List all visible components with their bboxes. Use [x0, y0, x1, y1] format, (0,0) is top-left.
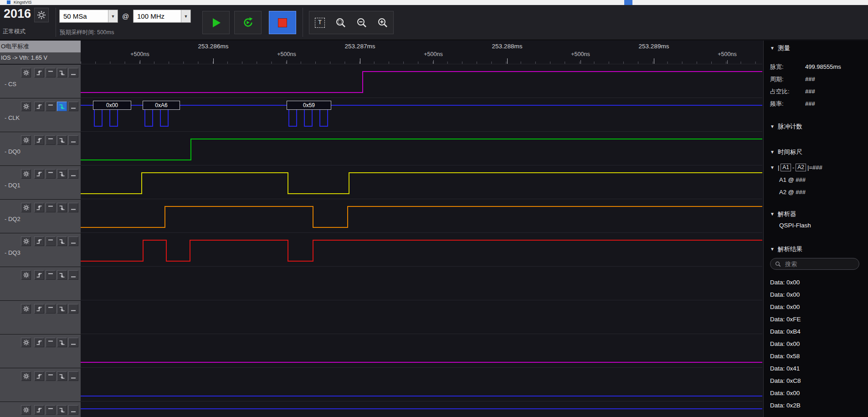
- trigger-low-level-button[interactable]: [68, 203, 78, 212]
- trigger-low-level-button[interactable]: [68, 371, 78, 381]
- trigger-low-level-button[interactable]: [68, 68, 78, 77]
- decode-result-item[interactable]: Data: 0x00: [770, 288, 868, 301]
- channel-settings-button[interactable]: [21, 169, 31, 179]
- timeline-tick: [360, 58, 360, 64]
- trigger-falling-edge-button[interactable]: [57, 304, 67, 314]
- decode-result-item[interactable]: Data: 0x00: [770, 387, 868, 399]
- trigger-low-level-button[interactable]: [68, 270, 78, 280]
- trigger-rising-edge-button[interactable]: [34, 405, 44, 415]
- trigger-falling-edge-button[interactable]: [57, 135, 67, 145]
- zoom-region-button[interactable]: [331, 12, 351, 33]
- trigger-high-level-button[interactable]: [46, 169, 56, 179]
- trigger-high-level-button[interactable]: [46, 405, 56, 415]
- trigger-rising-edge-button[interactable]: [34, 338, 44, 347]
- measurement-row: 周期:###: [770, 73, 868, 85]
- trigger-rising-edge-button[interactable]: [34, 68, 44, 77]
- channel-settings-button[interactable]: [21, 338, 31, 347]
- trigger-falling-edge-button[interactable]: [57, 270, 67, 280]
- trigger-falling-edge-button[interactable]: [57, 237, 67, 246]
- decode-result-item[interactable]: Data: 0x00: [770, 338, 868, 350]
- trigger-high-level-button[interactable]: [46, 270, 56, 280]
- sample-rate-select[interactable]: 50 MSa ▼: [59, 10, 118, 23]
- trigger-high-level-button[interactable]: [46, 203, 56, 212]
- trigger-high-level-button[interactable]: [46, 68, 56, 77]
- channel-settings-button[interactable]: [21, 304, 31, 314]
- trigger-high-level-button[interactable]: [46, 237, 56, 246]
- trigger-high-level-button[interactable]: [46, 338, 56, 347]
- section-analyzer[interactable]: ▼ 解析器: [770, 210, 868, 218]
- trigger-high-level-button[interactable]: [46, 371, 56, 381]
- channel-settings-button[interactable]: [21, 102, 31, 111]
- trigger-rising-edge-button[interactable]: [34, 270, 44, 280]
- channel-settings-button[interactable]: [21, 135, 31, 145]
- trigger-falling-edge-button[interactable]: [57, 203, 67, 212]
- channel-settings-button[interactable]: [21, 68, 31, 77]
- decode-result-item[interactable]: Data: 0xC8: [770, 375, 868, 387]
- gear-icon: [23, 205, 29, 211]
- repeat-acquisition-button[interactable]: [234, 11, 262, 34]
- decode-result-item[interactable]: Data: 0x58: [770, 350, 868, 362]
- analyzer-title: 解析器: [778, 210, 796, 218]
- decode-result-item[interactable]: Data: 0x00: [770, 301, 868, 313]
- trigger-cursor-button[interactable]: T: [310, 12, 330, 33]
- marker-a1-badge[interactable]: A1: [781, 164, 791, 171]
- clock-freq-select[interactable]: 100 MHz ▼: [133, 10, 191, 23]
- section-measure[interactable]: ▼ 测量: [770, 44, 868, 52]
- row-separator: [81, 334, 762, 334]
- trigger-rising-edge-button[interactable]: [34, 237, 44, 246]
- channel-settings-button[interactable]: [21, 371, 31, 381]
- trigger-falling-edge-button[interactable]: [57, 102, 67, 111]
- trigger-falling-edge-button[interactable]: [57, 371, 67, 381]
- channel-row: [0, 267, 81, 301]
- trigger-low-level-button[interactable]: [68, 102, 78, 111]
- timeline-ruler[interactable]: 253.286ms253.287ms253.288ms253.289ms+500…: [81, 41, 762, 64]
- decode-result-item[interactable]: Data: 0xB4: [770, 325, 868, 338]
- trigger-low-level-button[interactable]: [68, 237, 78, 246]
- clock-freq-value: 100 MHz: [134, 12, 164, 20]
- channel-settings-button[interactable]: [21, 237, 31, 246]
- trigger-rising-edge-button[interactable]: [34, 371, 44, 381]
- trigger-rising-edge-button[interactable]: [34, 304, 44, 314]
- zoom-in-button[interactable]: [373, 12, 393, 33]
- channel-label: - DQ1: [5, 182, 21, 189]
- trigger-falling-edge-button[interactable]: [57, 338, 67, 347]
- marker-a2-badge[interactable]: A2: [796, 164, 806, 171]
- channel-settings-button[interactable]: [21, 405, 31, 415]
- channel-buttons: [21, 270, 78, 280]
- zoom-in-icon: [377, 17, 388, 28]
- trigger-rising-edge-button[interactable]: [34, 102, 44, 111]
- zoom-out-button[interactable]: [352, 12, 372, 33]
- channel-settings-button[interactable]: [21, 270, 31, 280]
- trigger-falling-edge-button[interactable]: [57, 169, 67, 179]
- trigger-high-level-button[interactable]: [46, 135, 56, 145]
- section-pulse-count[interactable]: ▼ 脉冲计数: [770, 123, 868, 131]
- device-settings-button[interactable]: [34, 8, 49, 22]
- stop-acquisition-button[interactable]: [269, 11, 296, 34]
- trigger-low-level-button[interactable]: [68, 169, 78, 179]
- section-decode-results[interactable]: ▼ 解析结果: [770, 245, 868, 253]
- trigger-low-level-button[interactable]: [68, 304, 78, 314]
- channel-buttons: [21, 68, 78, 77]
- section-time-ruler[interactable]: ▼ 时间标尺: [770, 148, 868, 156]
- expected-sample-time: 预期采样时间: 500ms: [60, 29, 114, 36]
- analyzer-name[interactable]: QSPI-Flash: [770, 222, 868, 229]
- trigger-falling-edge-button[interactable]: [57, 68, 67, 77]
- trigger-falling-edge-button[interactable]: [57, 405, 67, 415]
- timeline-minor-label: +500ns: [565, 51, 596, 57]
- waveform-canvas[interactable]: 0x000xA60x59: [81, 64, 762, 417]
- decode-result-item[interactable]: Data: 0xFE: [770, 313, 868, 325]
- decode-result-item[interactable]: Data: 0x00: [770, 276, 868, 288]
- search-input[interactable]: [784, 260, 854, 268]
- decode-result-item[interactable]: Data: 0x2B: [770, 399, 868, 412]
- trigger-rising-edge-button[interactable]: [34, 135, 44, 145]
- trigger-high-level-button[interactable]: [46, 304, 56, 314]
- trigger-rising-edge-button[interactable]: [34, 169, 44, 179]
- trigger-low-level-button[interactable]: [68, 405, 78, 415]
- trigger-high-level-button[interactable]: [46, 102, 56, 111]
- trigger-rising-edge-button[interactable]: [34, 203, 44, 212]
- trigger-low-level-button[interactable]: [68, 135, 78, 145]
- start-acquisition-button[interactable]: [202, 11, 230, 34]
- decode-result-item[interactable]: Data: 0x41: [770, 362, 868, 375]
- channel-settings-button[interactable]: [21, 203, 31, 212]
- trigger-low-level-button[interactable]: [68, 338, 78, 347]
